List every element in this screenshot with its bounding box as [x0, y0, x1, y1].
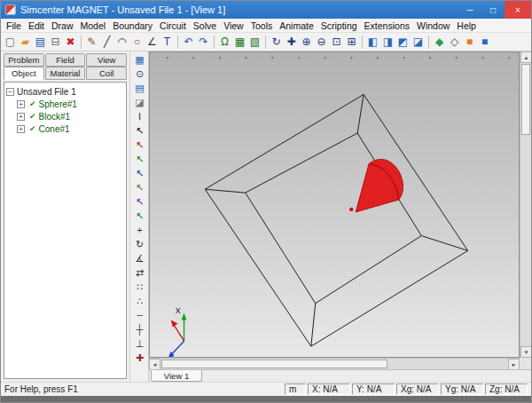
maximize-button[interactable]: □ [481, 1, 505, 19]
tab-field[interactable]: Field [45, 53, 86, 67]
view-1-tab[interactable]: View 1 [151, 370, 202, 382]
print-icon[interactable]: ⊟ [48, 35, 63, 50]
status-help-text: For Help, press F1 [4, 384, 285, 394]
block-wireframe[interactable] [205, 94, 467, 346]
menu-boundary[interactable]: Boundary [109, 20, 156, 31]
text-tool-icon[interactable]: T [160, 35, 175, 50]
notes-icon[interactable]: ▤ [132, 81, 147, 95]
model-3d-view[interactable]: X Z [149, 51, 520, 358]
menu-draw[interactable]: Draw [48, 20, 77, 31]
zoom-tool-icon[interactable]: ⊙ [132, 67, 147, 81]
close-button[interactable]: × [505, 1, 531, 19]
sphere-object[interactable] [349, 208, 353, 211]
open-folder-icon[interactable]: ▰ [18, 35, 33, 50]
tab-object[interactable]: Object [4, 67, 44, 80]
local-axes-icon[interactable]: ⊥ [132, 336, 147, 351]
expand-icon[interactable] [17, 113, 25, 121]
pencil-draw-icon[interactable]: ✎ [84, 35, 99, 50]
viewport-region: X Z ▲ ▼ ◄ ► View 1 [149, 51, 531, 382]
pick-component-icon[interactable]: ↖ [132, 194, 147, 209]
minimize-button[interactable]: ─ [458, 1, 481, 19]
select-arrow-icon[interactable]: ↖ [132, 123, 147, 138]
line-tool-icon[interactable]: ╱ [99, 35, 114, 50]
undo-icon[interactable]: ↶ [181, 35, 196, 50]
view-front-icon[interactable]: ◧ [365, 35, 380, 50]
field-plot-icon[interactable]: ▧ [247, 35, 262, 50]
zoom-out-icon[interactable]: ⊖ [314, 35, 329, 50]
text-cursor-icon[interactable]: I [132, 109, 147, 123]
expand-icon[interactable] [17, 100, 25, 108]
delete-icon[interactable]: ✖ [63, 35, 78, 50]
save-icon[interactable]: ▤ [33, 35, 48, 50]
expand-icon[interactable] [17, 125, 25, 133]
new-file-icon[interactable]: ▢ [3, 35, 18, 50]
zoom-window-icon[interactable]: ⊡ [329, 35, 344, 50]
menu-circuit[interactable]: Circuit [156, 20, 190, 31]
vertical-scrollbar[interactable]: ▲ ▼ [520, 51, 531, 358]
rotate-tool-icon[interactable]: ↻ [132, 237, 147, 251]
menu-extensions[interactable]: Extensions [361, 20, 413, 31]
pick-vertex-icon[interactable]: ↖ [132, 138, 147, 152]
menu-scripting[interactable]: Scripting [317, 20, 361, 31]
world-axes-icon[interactable]: ✚ [132, 351, 147, 365]
menu-file[interactable]: File [3, 20, 25, 31]
view-top-icon[interactable]: ◩ [395, 35, 411, 50]
cone-object[interactable] [349, 159, 403, 212]
scroll-down-icon[interactable]: ▼ [520, 346, 532, 358]
eraser-icon[interactable]: ◪ [132, 95, 147, 109]
array-tool-icon[interactable]: ∷ [132, 280, 147, 294]
zoom-extents-icon[interactable]: ⊞ [344, 35, 359, 50]
angle-tool-icon[interactable]: ∠ [145, 35, 160, 50]
tree-root-label[interactable]: Unsaved File 1 [17, 87, 76, 97]
pick-face-icon[interactable]: ↖ [132, 166, 147, 180]
solve-static-icon[interactable]: Ω [217, 35, 232, 50]
shaded-view-icon[interactable]: ◆ [432, 35, 447, 50]
tree-item-block1[interactable]: Block#1 [17, 110, 124, 122]
status-x: X: N/A [308, 383, 350, 395]
tree-item-cone1[interactable]: Cone#1 [17, 122, 124, 135]
title-bar[interactable]: Simcenter MAGNET - Unsaved File 1 - [Vie… [1, 1, 531, 19]
scale-tool-icon[interactable]: ∡ [132, 251, 147, 265]
menu-help[interactable]: Help [453, 20, 480, 31]
pan-view-icon[interactable]: ✚ [284, 35, 299, 50]
menu-solve[interactable]: Solve [190, 20, 220, 31]
menu-window[interactable]: Window [413, 20, 453, 31]
tab-coil[interactable]: Coil [86, 67, 127, 80]
tab-view[interactable]: View [86, 53, 127, 67]
menu-edit[interactable]: Edit [25, 20, 48, 31]
vertical-scroll-thumb[interactable] [521, 64, 530, 135]
view-iso-icon[interactable]: ◪ [411, 35, 426, 50]
redo-icon[interactable]: ↷ [196, 35, 211, 50]
view-side-icon[interactable]: ◨ [380, 35, 395, 50]
menu-animate[interactable]: Animate [276, 20, 317, 31]
tree-item-sphere1[interactable]: Sphere#1 [17, 98, 124, 110]
construction-line-icon[interactable]: ┄ [132, 308, 147, 322]
grid-snap-icon[interactable]: ┼ [132, 322, 147, 336]
move-tool-icon[interactable]: + [132, 223, 147, 237]
scroll-up-icon[interactable]: ▲ [520, 51, 532, 63]
wireframe-view-icon[interactable]: ◇ [447, 35, 462, 50]
solid-cube-icon[interactable]: ■ [462, 35, 477, 50]
pick-coil-icon[interactable]: ↖ [132, 209, 147, 223]
datum-point-icon[interactable]: ∴ [132, 294, 147, 308]
mirror-tool-icon[interactable]: ⇄ [132, 265, 147, 280]
pick-edge-icon[interactable]: ↖ [132, 152, 147, 166]
horizontal-scrollbar[interactable]: ◄ ► [149, 358, 520, 369]
menu-model[interactable]: Model [77, 20, 110, 31]
scrollbar-corner [520, 358, 531, 369]
arc-tool-icon[interactable]: ◠ [114, 35, 129, 50]
rotate-view-icon[interactable]: ↻ [269, 35, 284, 50]
collapse-icon[interactable] [6, 88, 14, 96]
tab-material[interactable]: Material [45, 67, 86, 80]
menu-view[interactable]: View [220, 20, 247, 31]
menu-tools[interactable]: Tools [247, 20, 277, 31]
view-manager-icon[interactable]: ▦ [132, 52, 147, 67]
tab-problem[interactable]: Problem [4, 53, 44, 67]
horizontal-scroll-thumb[interactable] [161, 360, 387, 368]
transparent-cube-icon[interactable]: ■ [477, 35, 492, 50]
zoom-in-icon[interactable]: ⊕ [299, 35, 314, 50]
pick-volume-icon[interactable]: ↖ [132, 180, 147, 194]
tree-root-row[interactable]: Unsaved File 1 [6, 85, 124, 98]
circle-tool-icon[interactable]: ○ [129, 35, 145, 50]
mesh-icon[interactable]: ▦ [232, 35, 247, 50]
